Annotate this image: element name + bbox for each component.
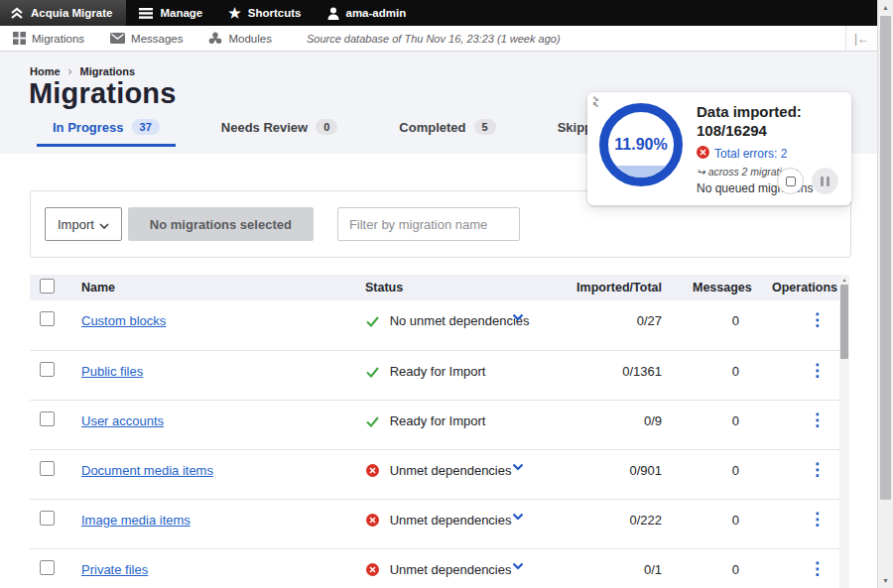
header-imported-total: Imported/Total <box>564 275 693 300</box>
page-scrollbar-thumb[interactable] <box>880 16 891 500</box>
scroll-down-arrow-icon[interactable]: ▼ <box>878 573 893 588</box>
row-checkbox[interactable] <box>40 412 55 426</box>
pause-icon <box>821 176 829 186</box>
error-icon <box>697 146 709 162</box>
tab-label: Completed <box>399 120 465 135</box>
modules-label: Modules <box>228 33 271 45</box>
stop-import-button[interactable] <box>777 168 804 194</box>
select-all-checkbox[interactable] <box>40 279 55 294</box>
tab-completed[interactable]: Completed 5 <box>393 119 501 147</box>
operations-kebab-button[interactable]: ⋮ <box>809 510 826 529</box>
modules-icon <box>208 32 222 45</box>
migrations-table: Name Status Imported/Total Messages Oper… <box>30 275 851 588</box>
table-scrollbar-thumb[interactable] <box>840 285 848 359</box>
imported-total: 0/1361 <box>564 350 693 400</box>
table-header-row: Name Status Imported/Total Messages Oper… <box>30 275 839 300</box>
envelope-icon <box>110 33 125 44</box>
status-text: No unmet dependencies <box>390 313 530 328</box>
operations-kebab-button[interactable]: ⋮ <box>809 361 826 380</box>
manage-menu-item[interactable]: Manage <box>126 0 215 26</box>
operations-kebab-button[interactable]: ⋮ <box>809 559 826 578</box>
source-database-note: Source database of Thu Nov 16, 23:23 (1 … <box>307 33 561 45</box>
status-text: Unmet dependencies <box>390 562 512 577</box>
messages-count: 0 <box>693 400 772 449</box>
status-expand-chevron[interactable] <box>512 313 524 321</box>
progress-percent: 11.90% <box>614 136 667 154</box>
scroll-up-arrow-icon[interactable]: ▲ <box>878 0 893 15</box>
tab-count-badge: 37 <box>132 119 160 135</box>
status-text: Ready for Import <box>390 413 486 428</box>
status-error-icon <box>366 464 379 477</box>
operations-kebab-button[interactable]: ⋮ <box>809 310 826 329</box>
resize-handle-icon[interactable]: ⇘⇖ <box>592 96 599 108</box>
breadcrumb-home[interactable]: Home <box>30 65 61 77</box>
row-checkbox[interactable] <box>40 511 55 526</box>
imported-total: 0/9 <box>564 400 693 449</box>
migration-link[interactable]: User accounts <box>81 413 164 428</box>
page-scrollbar[interactable]: ▲ ▼ <box>877 0 893 588</box>
double-chevron-up-icon <box>10 7 24 20</box>
table-row: Private files Unmet dependencies 0/1 0 ⋮ <box>30 548 839 588</box>
migration-filter-input[interactable] <box>337 207 520 241</box>
imported-total: 0/222 <box>564 499 693 548</box>
acquia-migrate-brand[interactable]: Acquia Migrate <box>0 0 126 26</box>
status-text: Unmet dependencies <box>390 463 512 478</box>
import-progress-card: ⇘⇖ 11.90% Data imported: 108/16294 Total… <box>587 92 851 205</box>
status-error-icon <box>366 563 379 576</box>
migration-link[interactable]: Image media items <box>81 513 191 528</box>
tab-in-progress[interactable]: In Progress 37 <box>47 119 166 147</box>
table-row: Custom blocks No unmet dependencies 0/27… <box>30 300 839 350</box>
tab-count-badge: 0 <box>316 119 337 135</box>
status-expand-chevron[interactable] <box>512 513 524 521</box>
header-status: Status <box>365 275 564 300</box>
progress-donut: 11.90% <box>599 103 683 186</box>
selection-status-button: No migrations selected <box>128 207 314 241</box>
table-row: Public files Ready for Import 0/1361 0 ⋮ <box>30 350 839 400</box>
admin-toolbar: Acquia Migrate Manage ★ Shortcuts ama-ad… <box>0 0 877 26</box>
import-dropdown-button[interactable]: Import <box>45 207 122 241</box>
status-expand-chevron[interactable] <box>512 463 524 471</box>
total-errors-link[interactable]: Total errors: 2 <box>697 146 845 162</box>
imported-total: 0/1 <box>564 548 693 588</box>
migrations-label: Migrations <box>32 33 84 45</box>
toolbar-item-modules[interactable]: Modules <box>195 26 284 51</box>
user-icon <box>327 7 339 20</box>
table-row: Document media items Unmet dependencies … <box>30 449 839 499</box>
donut-fill <box>608 166 674 177</box>
import-label: Import <box>58 217 94 232</box>
toolbar-collapse-button[interactable]: |← <box>845 26 877 51</box>
total-errors-label: Total errors: 2 <box>714 147 787 161</box>
toolbar-item-migrations[interactable]: Migrations <box>0 26 97 51</box>
row-checkbox[interactable] <box>40 560 55 575</box>
migration-link[interactable]: Public files <box>81 364 143 379</box>
username-label: ama-admin <box>346 7 407 19</box>
scroll-up-arrow-icon[interactable]: ▲ <box>839 277 849 283</box>
table-scrollbar[interactable]: ▲ <box>839 275 849 588</box>
row-checkbox[interactable] <box>40 311 55 326</box>
migration-link[interactable]: Custom blocks <box>81 313 166 328</box>
toolbar-item-messages[interactable]: Messages <box>97 26 195 51</box>
breadcrumb-migrations[interactable]: Migrations <box>80 65 136 77</box>
row-checkbox[interactable] <box>40 461 55 476</box>
pause-import-button[interactable] <box>812 168 838 194</box>
header-messages: Messages <box>693 275 772 300</box>
data-imported-title: Data imported: <box>697 102 845 121</box>
chevron-down-icon <box>99 217 109 232</box>
manage-label: Manage <box>160 7 202 19</box>
migration-link[interactable]: Private files <box>81 562 148 577</box>
row-checkbox[interactable] <box>40 362 55 377</box>
operations-kebab-button[interactable]: ⋮ <box>809 411 826 429</box>
progress-card-buttons <box>777 168 838 194</box>
user-account-menu-item[interactable]: ama-admin <box>315 0 420 26</box>
shortcuts-menu-item[interactable]: ★ Shortcuts <box>215 0 314 26</box>
status-expand-chevron[interactable] <box>512 562 524 570</box>
status-error-icon <box>366 514 379 527</box>
table-row: Image media items Unmet dependencies 0/2… <box>30 499 839 548</box>
page-title: Migrations <box>29 77 177 110</box>
status-text: Ready for Import <box>390 364 486 379</box>
tab-needs-review[interactable]: Needs Review 0 <box>215 119 344 147</box>
operations-kebab-button[interactable]: ⋮ <box>809 460 826 479</box>
migration-link[interactable]: Document media items <box>81 463 213 478</box>
breadcrumb: Home › Migrations <box>30 64 135 78</box>
return-arrow-icon: ↪ <box>697 166 705 177</box>
